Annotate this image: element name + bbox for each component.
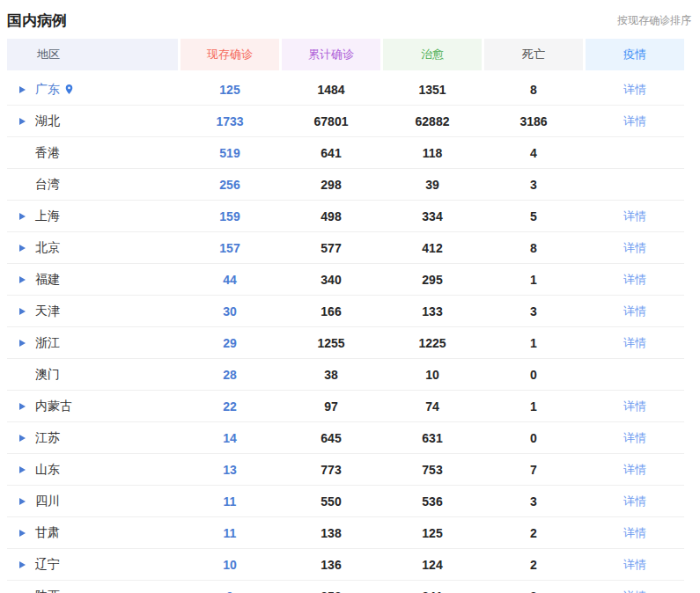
column-header-cumulative-confirmed[interactable]: 累计确诊 [282, 39, 380, 70]
expand-arrow-icon[interactable] [19, 435, 26, 442]
expand-arrow-icon[interactable] [19, 213, 26, 220]
location-pin-icon [63, 84, 75, 95]
table-row[interactable]: 北京 157 577 412 8 详情 [7, 232, 684, 264]
cured-value: 412 [383, 241, 482, 255]
cumulative-confirmed-value: 340 [282, 273, 380, 287]
detail-link[interactable]: 详情 [623, 83, 646, 96]
cumulative-confirmed-value: 550 [282, 494, 380, 509]
detail-link[interactable]: 详情 [623, 431, 646, 444]
existing-confirmed-value: 11 [181, 494, 279, 509]
cumulative-confirmed-value: 253 [282, 589, 380, 593]
region-name: 台湾 [35, 177, 60, 193]
column-header-cured[interactable]: 治愈 [383, 39, 482, 70]
expand-arrow-icon[interactable] [19, 86, 26, 93]
domestic-cases-panel: 国内病例 按现存确诊排序 地区 现存确诊 累计确诊 治愈 死亡 疫情 广东 12… [0, 0, 700, 593]
region-cell: 内蒙古 [7, 399, 178, 414]
cured-value: 10 [383, 368, 482, 382]
table-row[interactable]: 内蒙古 22 97 74 1 详情 [7, 391, 684, 422]
table-header-row: 地区 现存确诊 累计确诊 治愈 死亡 疫情 [7, 39, 700, 70]
table-row[interactable]: 山东 13 773 753 7 详情 [7, 454, 684, 486]
expand-arrow-icon[interactable] [19, 340, 26, 347]
region-name: 香港 [35, 145, 60, 161]
table-row[interactable]: 湖北 1733 67801 62882 3186 详情 [7, 106, 684, 137]
region-cell: 江苏 [7, 430, 178, 446]
table-row[interactable]: 澳门 28 38 10 0 [7, 359, 684, 391]
table-row[interactable]: 上海 159 498 334 5 详情 [7, 201, 684, 232]
detail-link[interactable]: 详情 [623, 526, 646, 539]
cured-value: 753 [383, 463, 482, 477]
detail-link[interactable]: 详情 [623, 399, 646, 413]
deaths-value: 4 [484, 146, 583, 160]
region-cell: 四川 [7, 494, 178, 509]
table-row[interactable]: 广东 125 1484 1351 8 详情 [7, 74, 684, 106]
deaths-value: 1 [484, 273, 583, 287]
existing-confirmed-value: 10 [181, 558, 279, 572]
expand-arrow-icon[interactable] [19, 245, 26, 252]
deaths-value: 2 [484, 526, 583, 540]
existing-confirmed-value: 519 [181, 146, 279, 160]
table-row[interactable]: 浙江 29 1255 1225 1 详情 [7, 327, 684, 359]
expand-arrow-icon[interactable] [19, 498, 26, 505]
expand-arrow-icon[interactable] [19, 466, 26, 473]
table-row[interactable]: 天津 30 166 133 3 详情 [7, 296, 684, 327]
column-header-epidemic[interactable]: 疫情 [586, 39, 684, 70]
deaths-value: 3 [484, 178, 583, 192]
region-name: 广东 [35, 82, 60, 98]
deaths-value: 8 [484, 83, 583, 97]
table-row[interactable]: 福建 44 340 295 1 详情 [7, 264, 684, 296]
table-row[interactable]: 四川 11 550 536 3 详情 [7, 486, 684, 517]
existing-confirmed-value: 29 [181, 336, 279, 350]
table-row[interactable]: 辽宁 10 136 124 2 详情 [7, 549, 684, 581]
expand-arrow-icon[interactable] [19, 308, 26, 315]
region-cell: 福建 [7, 272, 178, 288]
existing-confirmed-value: 11 [181, 526, 279, 540]
existing-confirmed-value: 13 [181, 463, 279, 477]
detail-link[interactable]: 详情 [623, 273, 646, 286]
detail-link[interactable]: 详情 [623, 589, 646, 593]
expand-arrow-icon[interactable] [19, 561, 26, 568]
deaths-value: 3 [484, 304, 583, 318]
region-name: 甘肃 [35, 525, 60, 541]
cured-value: 124 [383, 558, 482, 572]
cured-value: 241 [383, 589, 482, 593]
detail-link[interactable]: 详情 [623, 241, 646, 254]
panel-header: 国内病例 按现存确诊排序 [0, 0, 700, 39]
expand-arrow-icon[interactable] [19, 276, 26, 283]
existing-confirmed-value: 30 [181, 304, 279, 318]
detail-link[interactable]: 详情 [623, 336, 646, 349]
detail-link[interactable]: 详情 [623, 494, 646, 508]
table-row[interactable]: 台湾 256 298 39 3 [7, 169, 684, 201]
column-header-deaths[interactable]: 死亡 [484, 39, 583, 70]
deaths-value: 8 [484, 241, 583, 255]
region-cell: 山东 [7, 462, 178, 478]
detail-link[interactable]: 详情 [623, 304, 646, 318]
cured-value: 1225 [383, 336, 482, 350]
deaths-value: 3186 [484, 114, 583, 128]
detail-link[interactable]: 详情 [623, 114, 646, 128]
existing-confirmed-value: 1733 [181, 114, 279, 128]
region-name: 山东 [35, 462, 60, 478]
deaths-value: 0 [484, 368, 583, 382]
column-header-region[interactable]: 地区 [7, 39, 178, 70]
region-cell: 湖北 [7, 113, 178, 129]
existing-confirmed-value: 44 [181, 273, 279, 287]
table-row[interactable]: 陕西 9 253 241 3 详情 [7, 581, 684, 593]
existing-confirmed-value: 256 [181, 178, 279, 192]
cumulative-confirmed-value: 166 [282, 304, 380, 318]
detail-link[interactable]: 详情 [623, 209, 646, 223]
deaths-value: 0 [484, 431, 583, 445]
table-body: 广东 125 1484 1351 8 详情 湖北 [7, 74, 700, 593]
detail-link[interactable]: 详情 [623, 558, 646, 571]
expand-arrow-icon[interactable] [19, 403, 26, 410]
cumulative-confirmed-value: 1255 [282, 336, 380, 350]
deaths-value: 3 [484, 494, 583, 509]
region-cell: 台湾 [7, 177, 178, 193]
table-row[interactable]: 江苏 14 645 631 0 详情 [7, 422, 684, 454]
table-row[interactable]: 甘肃 11 138 125 2 详情 [7, 517, 684, 549]
column-header-existing-confirmed[interactable]: 现存确诊 [181, 39, 279, 70]
detail-link[interactable]: 详情 [623, 463, 646, 476]
table-row[interactable]: 香港 519 641 118 4 [7, 137, 684, 169]
expand-arrow-icon[interactable] [19, 530, 26, 537]
region-name: 天津 [35, 304, 60, 319]
expand-arrow-icon[interactable] [19, 118, 26, 125]
